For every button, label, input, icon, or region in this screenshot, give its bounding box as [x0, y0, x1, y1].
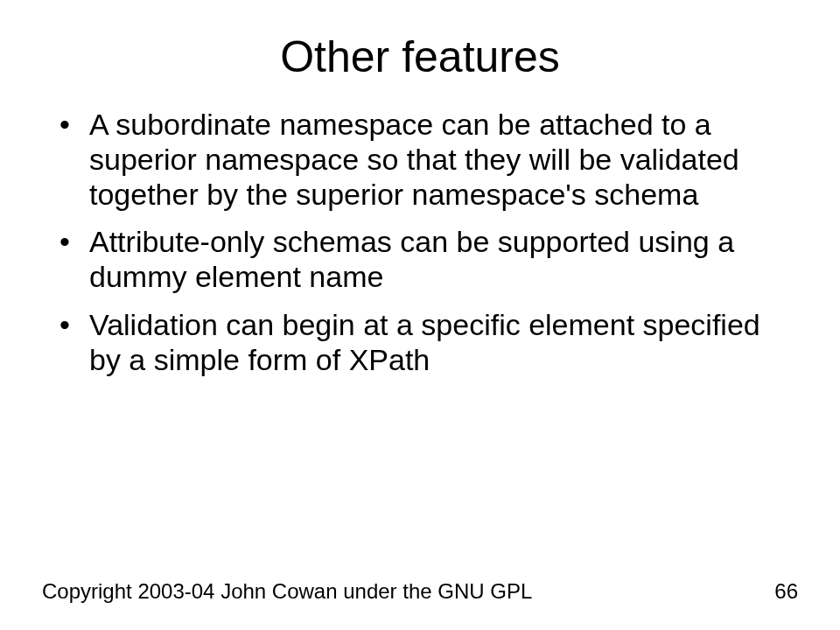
bullet-item: Validation can begin at a specific eleme… — [52, 307, 788, 377]
copyright-text: Copyright 2003-04 John Cowan under the G… — [42, 579, 532, 604]
bullet-list: A subordinate namespace can be attached … — [52, 107, 788, 377]
slide-body: A subordinate namespace can be attached … — [0, 89, 840, 377]
bullet-item: Attribute-only schemas can be supported … — [52, 224, 788, 294]
slide: Other features A subordinate namespace c… — [0, 0, 840, 630]
bullet-item: A subordinate namespace can be attached … — [52, 107, 788, 212]
slide-title: Other features — [0, 0, 840, 89]
slide-footer: Copyright 2003-04 John Cowan under the G… — [42, 579, 798, 604]
page-number: 66 — [774, 579, 798, 604]
